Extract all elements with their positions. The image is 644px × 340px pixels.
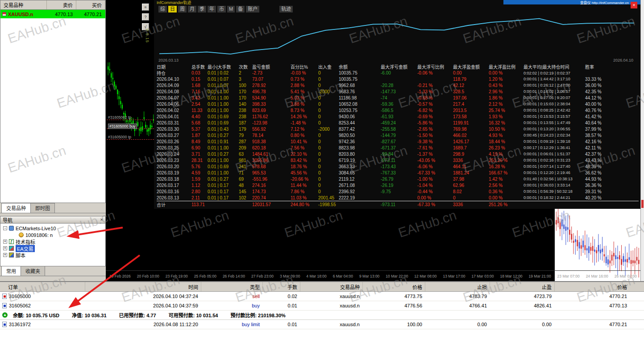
stats-cell: 9820.50 <box>339 133 381 138</box>
stats-cell: 1484.61 <box>252 152 291 157</box>
stats-cell: 3336 <box>453 202 489 207</box>
expand-toggle-icon[interactable]: + <box>3 253 7 257</box>
stats-cell: 0 <box>318 183 339 188</box>
stats-cell: 0:00:01 | 0:02:16 | 0:31:23 <box>524 158 585 162</box>
stats-cell: 1.86 % <box>489 95 524 100</box>
stats-cell: 1176.62 <box>252 114 291 119</box>
stats-cell: 298.9 <box>453 152 489 157</box>
stats-cell: 0.15 <box>191 77 208 82</box>
stats-row: 2026.03.205.760.01 | 0.69241578.6818.76 … <box>157 163 639 170</box>
tab-common[interactable]: 常用 <box>1 266 21 276</box>
stats-cell: -0.03 % <box>291 70 318 75</box>
stats-cell: 251.26 % <box>489 158 524 163</box>
navigator-item-experts[interactable]: +EA交易 <box>0 245 105 252</box>
order-id: 31361972 <box>9 322 31 327</box>
time-axis-label: 26 Mar 02:00 <box>615 274 637 278</box>
panel-toolbar-button-M[interactable]: M <box>227 6 235 12</box>
stats-cell: 0 <box>318 77 339 82</box>
stats-row: 2026.04.073.420.01 | 1.00170534.905.02 %… <box>157 95 639 101</box>
order-level-line[interactable]: #31605000 buy <box>107 129 154 129</box>
col-ask[interactable]: 买价 <box>76 0 105 9</box>
stats-cell: 12031.57 <box>252 202 291 207</box>
stats-row: 2026.03.132.110.01 | 0.17102220.7411.03 … <box>157 195 639 201</box>
stats-cell: -1.48 % <box>291 120 318 125</box>
stats-cell: 2026.04.02 <box>157 108 191 113</box>
stats-cell: -26.19 <box>381 183 417 188</box>
col-symbol[interactable]: 交易品种 <box>0 0 47 9</box>
order-cell: 100.00 <box>362 322 425 327</box>
order-cell: 0.00 <box>425 322 490 327</box>
stats-cell: 0:00:01 | 0:16:02 | 2:08:57 <box>524 89 585 94</box>
panel-toolbar-button-备[interactable]: 备 <box>236 6 245 12</box>
order-row[interactable]: 316050622026.04.10 04:37:59buy0.01xauusd… <box>0 301 644 311</box>
order-row[interactable]: 316050002026.04.10 04:37:24sell0.02xauus… <box>0 292 644 301</box>
stats-cell: 36.62 % <box>585 170 639 175</box>
stats-cell: 40.00 % <box>585 102 639 107</box>
stats-cell: -0.68 % <box>417 95 453 100</box>
tab-symbols[interactable]: 交易品种 <box>1 203 31 213</box>
stats-row: 2026.03.256.900.01 | 1.00209620.187.56 %… <box>157 145 639 151</box>
terminal-col-header[interactable]: 交易品种 <box>300 282 362 291</box>
order-level-line[interactable]: #31605000 tp <box>107 139 154 140</box>
panel-toolbar-button-综[interactable]: 综 <box>158 6 167 12</box>
terminal-col-header[interactable]: 止损 <box>425 282 490 291</box>
stats-cell: 16.28 % <box>489 164 524 169</box>
order-row[interactable]: 313619722026.04.08 11:12:20buy limit0.01… <box>0 320 644 329</box>
expand-toggle-icon[interactable]: + <box>3 240 7 244</box>
stats-cell: -173.43 <box>381 164 417 169</box>
stats-total-row: 合计113.7112031.57244.80 %-1998.55-973.11-… <box>157 201 639 207</box>
tab-favorites[interactable]: 收藏夹 <box>21 266 45 276</box>
stats-cell: -0.06 % <box>417 70 453 75</box>
panel-toolbar-button-季[interactable]: 季 <box>198 6 206 12</box>
col-bid[interactable]: 卖价 <box>47 0 76 9</box>
stats-cell: 42.11 % <box>585 145 639 150</box>
stats-cell: 238 <box>239 114 252 119</box>
time-axis-label: 19 Mar 21:00 <box>529 274 551 278</box>
stats-cell: 217.4 <box>453 102 489 107</box>
terminal-col-header[interactable]: 时间 <box>85 282 201 291</box>
navigator-item-scripts[interactable]: +脚本 <box>0 252 105 258</box>
panel-toolbar-button-账户[interactable]: 账户 <box>246 6 259 12</box>
order-cell: 4770.21 <box>554 294 644 299</box>
panel-toolbar-button-日[interactable]: 日 <box>168 6 177 12</box>
stats-cell: -67.33 % <box>417 202 453 207</box>
terminal-col-header[interactable]: 订单 <box>0 282 85 291</box>
chart-scrollbar[interactable] <box>640 0 644 281</box>
order-level-line[interactable]: #31605062 tp <box>107 120 154 120</box>
stats-cell: 0:00:01 | 0:09:19 | 1:39:18 <box>524 139 585 144</box>
symbol-row[interactable]: XAUUSD.n 4770.13 4770.21 <box>0 10 105 18</box>
panel-toolbar-button-年[interactable]: 年 <box>208 6 216 12</box>
stats-cell: -1.04 % <box>417 183 453 188</box>
navigator-item-server[interactable]: -ECMarkets-Live10 <box>0 225 105 232</box>
terminal-col-header[interactable]: 止盈 <box>490 282 554 291</box>
navigator-item-indicators[interactable]: +ƒ技术指标 <box>0 238 105 245</box>
stats-cell: 5.41 % <box>291 89 318 94</box>
stats-cell: 0 <box>318 108 339 113</box>
time-axis: 19 Feb 202620 Feb 10:0023 Feb 19:0025 Fe… <box>106 270 640 281</box>
expand-toggle-icon[interactable]: + <box>3 246 7 250</box>
panel-toolbar-button-track[interactable]: 轨迹 <box>279 6 293 12</box>
balance-row[interactable]: ▲余额: 10 035.75 USD净值: 10 036.31已用预付款: 4.… <box>0 311 644 320</box>
order-cell: 0.01 <box>262 322 300 327</box>
tab-tick-chart[interactable]: 即时图 <box>30 203 55 213</box>
terminal-col-header[interactable]: 价格 <box>362 282 425 291</box>
stats-cell: 464.11 <box>453 164 489 169</box>
panel-close-button[interactable]: × <box>631 2 637 8</box>
stats-cell: 3 <box>239 77 252 82</box>
terminal-col-header[interactable]: 价格 <box>554 282 644 291</box>
stats-cell: 8203.80 <box>339 152 381 157</box>
navigator-item-account[interactable]: 10091806: n <box>0 232 105 238</box>
stats-row: 2026.03.171.120.01 | 0.1748274.1611.44 %… <box>157 182 639 188</box>
panel-toolbar-button-月[interactable]: 月 <box>188 6 196 12</box>
panel-toolbar-button-币[interactable]: 币 <box>217 6 226 12</box>
stats-cell: 25.74 % <box>489 108 524 113</box>
expand-toggle-icon[interactable]: - <box>3 226 7 230</box>
stats-cell: 0.01 | 0.27 <box>208 177 239 182</box>
chart-area[interactable]: ≡ ? √ V 5.15 #31605062 tp#31605000 buy#3… <box>106 0 644 281</box>
panel-toolbar-button-周[interactable]: 周 <box>178 6 187 12</box>
terminal-col-header[interactable]: 手数 <box>262 282 300 291</box>
stats-cell: -2000 <box>318 127 339 132</box>
navigator-close-icon[interactable]: × <box>100 217 103 222</box>
stats-cell: -43.05 % <box>417 158 453 163</box>
terminal-col-header[interactable]: 类型 <box>201 282 262 291</box>
